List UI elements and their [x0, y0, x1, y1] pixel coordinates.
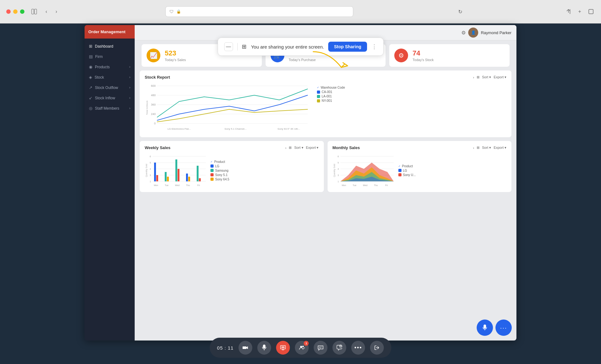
- screen-share-button[interactable]: [276, 341, 290, 355]
- weekly-grid-btn[interactable]: ⊞: [289, 146, 292, 150]
- fullscreen-button[interactable]: [20, 9, 24, 14]
- sidebar-item-stock[interactable]: ◈ Stock ›: [85, 72, 135, 82]
- svg-text:Thu: Thu: [374, 184, 377, 186]
- svg-text:Mon: Mon: [154, 184, 158, 186]
- sidebar-title: Order Management: [85, 25, 135, 39]
- svg-text:Quantity Sold: Quantity Sold: [145, 164, 148, 177]
- sidebar-item-stock-outflow[interactable]: ↗ Stock Outflow ›: [85, 82, 135, 93]
- sidebar-item-label-firm: Firm: [95, 55, 103, 59]
- reactions-button[interactable]: [333, 341, 346, 355]
- call-mic-button[interactable]: [477, 320, 493, 336]
- call-more-button[interactable]: ···: [495, 320, 512, 336]
- stock-label: Today's Stock: [412, 58, 434, 62]
- sidebar-item-stock-inflow[interactable]: ↙ Stock Inflow ›: [85, 93, 135, 103]
- legend-monthly-product: ✓ Product: [398, 164, 416, 168]
- svg-point-65: [300, 346, 302, 348]
- sales-icon: 📈: [147, 49, 160, 62]
- microphone-button[interactable]: [257, 341, 271, 355]
- dashboard-icon: ⊞: [89, 44, 92, 49]
- stock-outflow-icon: ↗: [89, 85, 92, 90]
- svg-text:Total InStock: Total InStock: [146, 100, 148, 115]
- staff-icon: ◎: [89, 106, 92, 111]
- sidebar-item-staff[interactable]: ◎ Staff Members ›: [85, 103, 135, 113]
- legend-weekly-sony645: Sony 64.5: [210, 178, 229, 181]
- camera-button[interactable]: [239, 341, 252, 355]
- banner-minimize-button[interactable]: —: [224, 42, 233, 51]
- participants-badge: 1: [304, 341, 309, 346]
- reload-button[interactable]: ↻: [456, 7, 464, 16]
- svg-text:360: 360: [151, 103, 156, 106]
- share-button[interactable]: [565, 8, 572, 15]
- sidebar-toggle-button[interactable]: [29, 7, 39, 16]
- sidebar-item-products[interactable]: ◉ Products ›: [85, 62, 135, 72]
- settings-icon[interactable]: ⚙: [461, 30, 466, 36]
- svg-text:4: 4: [338, 168, 339, 170]
- monthly-lg-dot: [398, 169, 402, 172]
- arrow-annotation: [304, 49, 366, 87]
- weekly-expand-btn[interactable]: ›: [285, 146, 287, 150]
- legend-ny001: NY-001: [317, 99, 348, 102]
- minimize-button[interactable]: [13, 9, 18, 14]
- products-arrow-icon: ›: [129, 65, 130, 69]
- stock-icon: ◈: [89, 75, 92, 80]
- sidebar-nav: ⊞ Dashboard ▤ Firm ◉ Products › ◈ Stock …: [85, 39, 135, 116]
- chat-button[interactable]: [314, 341, 328, 355]
- nav-arrows: ‹ ›: [43, 8, 60, 15]
- monthly-export-btn[interactable]: Export ▾: [494, 146, 506, 150]
- svg-text:5: 5: [338, 162, 339, 164]
- weekly-export-btn[interactable]: Export ▾: [306, 146, 319, 150]
- sales-number: 523: [165, 49, 186, 57]
- meeting-toolbar: 05 : 11 1 •••: [210, 338, 391, 358]
- svg-text:1: 1: [338, 180, 339, 183]
- leave-meeting-button[interactable]: [370, 341, 384, 355]
- sidebar-item-label-inflow: Stock Inflow: [95, 96, 115, 100]
- svg-text:3: 3: [338, 174, 339, 176]
- svg-rect-34: [186, 174, 188, 181]
- header-user-area: ⚙ 👤 Raymond Parker: [461, 28, 511, 38]
- back-button[interactable]: ‹: [43, 8, 50, 15]
- weekly-sort-btn[interactable]: Sort ▾: [294, 146, 303, 150]
- svg-text:Quantity Sold: Quantity Sold: [333, 164, 336, 177]
- sidebar-item-firm[interactable]: ▤ Firm: [85, 51, 135, 62]
- monthly-grid-btn[interactable]: ⊞: [477, 146, 479, 150]
- stock-expand-button[interactable]: ›: [473, 75, 474, 79]
- monthly-sales-controls: › ⊞ Sort ▾ Export ▾: [473, 146, 506, 150]
- banner-more-button[interactable]: ⋮: [371, 43, 377, 50]
- la001-dot: [317, 95, 320, 98]
- more-options-button[interactable]: •••: [351, 341, 365, 355]
- stock-report-controls: › ⊞ Sort ▾ Export ▾: [473, 75, 506, 79]
- weekly-sales-card: Weekly Sales › ⊞ Sort ▾ Export ▾: [140, 141, 324, 192]
- charts-section: Stock Report › ⊞ Sort ▾ Export ▾: [135, 70, 516, 196]
- close-button[interactable]: [6, 9, 11, 14]
- sidebar-item-dashboard[interactable]: ⊞ Dashboard: [85, 41, 135, 51]
- monthly-sales-inner: 6 5 4 3 1 Quantity Sold: [333, 153, 507, 188]
- chrome-right-buttons: +: [565, 8, 595, 15]
- user-avatar: 👤: [468, 28, 478, 38]
- svg-rect-0: [32, 9, 34, 14]
- tabs-overview-button[interactable]: [587, 8, 595, 15]
- more-dots-icon: ···: [500, 324, 507, 331]
- stock-grid-button[interactable]: ⊞: [477, 75, 479, 79]
- stock-sort-button[interactable]: Sort ▾: [482, 75, 491, 79]
- svg-text:Tue: Tue: [165, 184, 168, 186]
- stock-export-button[interactable]: Export ▾: [494, 75, 506, 79]
- more-options-icon: •••: [354, 345, 362, 351]
- weekly-bar-chart: 6 5 4 3 1 Quantity Sold: [145, 153, 207, 188]
- weekly-sales-title: Weekly Sales: [145, 145, 170, 150]
- svg-rect-28: [154, 163, 156, 181]
- svg-text:Thu: Thu: [186, 184, 190, 186]
- legend-monthly-lg: LG: [398, 169, 416, 172]
- outflow-arrow-icon: ›: [129, 86, 130, 89]
- weekly-sony645-dot: [210, 178, 214, 181]
- main-app-window: Order Management ⊞ Dashboard ▤ Firm ◉ Pr…: [85, 25, 516, 341]
- stock-line-chart: 600 480 360 240 0 Total InStock LG Elect…: [145, 83, 314, 133]
- forward-button[interactable]: ›: [53, 8, 60, 15]
- monthly-expand-btn[interactable]: ›: [473, 146, 474, 150]
- weekly-sales-controls: › ⊞ Sort ▾ Export ▾: [285, 146, 319, 150]
- sidebar-item-label-staff: Staff Members: [95, 106, 119, 111]
- participants-button[interactable]: 1: [295, 341, 309, 355]
- address-bar[interactable]: 🛡 🔒: [165, 6, 353, 17]
- new-tab-button[interactable]: +: [576, 8, 583, 15]
- monthly-sort-btn[interactable]: Sort ▾: [482, 146, 491, 150]
- svg-rect-64: [282, 346, 285, 348]
